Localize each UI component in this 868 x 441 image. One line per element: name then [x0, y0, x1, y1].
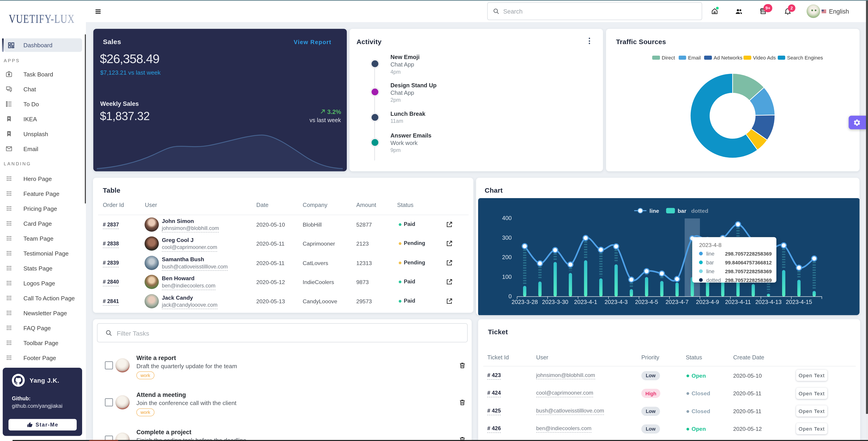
svg-text:300: 300 [502, 234, 512, 241]
svg-text:bar: bar [678, 208, 686, 214]
svg-text:2023-4-3: 2023-4-3 [604, 299, 627, 305]
svg-text:2023-4-9: 2023-4-9 [696, 299, 719, 305]
svg-text:2023-3-30: 2023-3-30 [542, 299, 568, 305]
svg-text:2023-4-7: 2023-4-7 [665, 299, 688, 305]
svg-text:line: line [649, 208, 659, 214]
svg-text:0: 0 [508, 293, 512, 299]
svg-text:2023-4-1: 2023-4-1 [574, 299, 597, 305]
svg-text:200: 200 [502, 254, 512, 260]
svg-text:2023-4-11: 2023-4-11 [725, 299, 751, 305]
svg-text:400: 400 [502, 215, 512, 221]
svg-text:dotted: dotted [691, 208, 708, 214]
svg-text:100: 100 [502, 274, 512, 280]
svg-text:2023-4-15: 2023-4-15 [786, 299, 812, 305]
svg-text:2023-3-28: 2023-3-28 [512, 299, 538, 305]
svg-text:2023-4-13: 2023-4-13 [755, 299, 781, 305]
svg-text:2023-4-5: 2023-4-5 [635, 299, 658, 305]
